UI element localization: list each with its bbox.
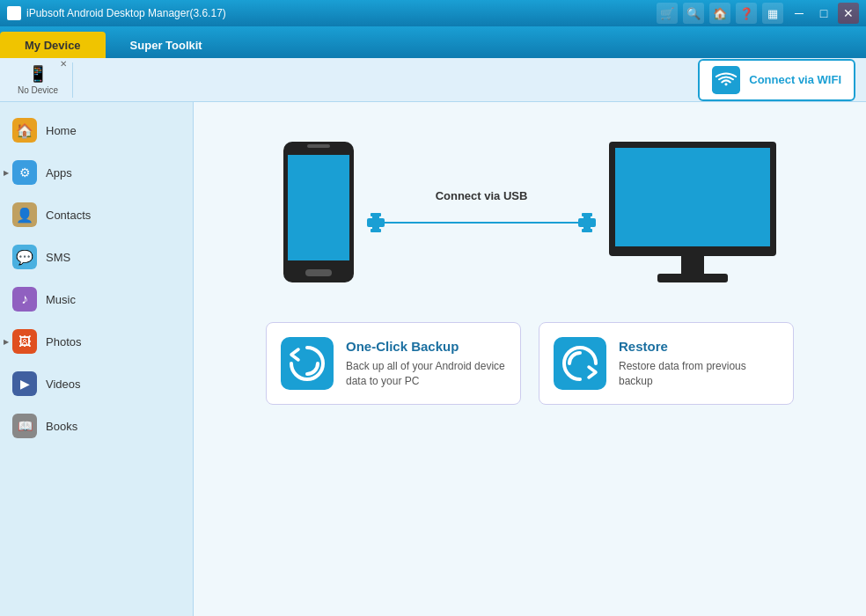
sidebar-item-music[interactable]: ♪ Music: [0, 278, 193, 320]
sidebar: 🏠 Home ⚙ Apps 👤 Contacts 💬 SMS ♪ Music 🖼…: [0, 102, 194, 616]
svg-rect-12: [582, 213, 592, 216]
sidebar-books-label: Books: [46, 420, 77, 433]
svg-rect-2: [288, 155, 349, 260]
tab-super-toolkit[interactable]: Super Toolkit: [106, 32, 227, 58]
backup-icon: [281, 337, 334, 390]
sidebar-apps-label: Apps: [46, 166, 72, 180]
books-icon: 📖: [12, 414, 37, 438]
device-bar: ✕ 📱 No Device Connect via WIFI: [0, 58, 866, 102]
music-icon: ♪: [12, 287, 37, 312]
usb-connection-area: Connect via USB: [367, 189, 596, 236]
apps-icon: ⚙: [12, 160, 37, 185]
close-button[interactable]: ✕: [838, 3, 859, 24]
backup-card-text: One-Click Backup Back up all of your And…: [346, 339, 506, 389]
restore-description: Restore data from previous backup: [619, 359, 779, 389]
restore-icon: [554, 337, 606, 390]
sidebar-item-sms[interactable]: 💬 SMS: [0, 236, 193, 278]
cart-icon[interactable]: 🛒: [657, 3, 678, 24]
svg-rect-17: [657, 274, 728, 282]
home-icon[interactable]: 🏠: [709, 3, 730, 24]
device-item[interactable]: ✕ 📱 No Device: [11, 61, 65, 99]
minimize-button[interactable]: ─: [789, 3, 810, 24]
search-icon[interactable]: 🔍: [683, 3, 704, 24]
svg-rect-11: [583, 215, 591, 231]
sidebar-item-apps[interactable]: ⚙ Apps: [0, 151, 193, 194]
svg-rect-13: [582, 229, 592, 232]
svg-rect-18: [281, 337, 334, 390]
app-icon: [7, 6, 21, 20]
monitor-graphic: [605, 137, 781, 287]
sidebar-music-label: Music: [46, 293, 76, 306]
usb-cable-graphic: [367, 209, 596, 236]
titlebar: iPubsoft Android Desktop Manager(3.6.17)…: [0, 0, 866, 26]
restore-card[interactable]: Restore Restore data from previous backu…: [539, 322, 794, 405]
content-area: Connect via USB: [194, 102, 866, 616]
sidebar-item-photos[interactable]: 🖼 Photos: [0, 320, 193, 363]
device-phone-icon: 📱: [28, 64, 48, 84]
contacts-icon: 👤: [12, 202, 37, 227]
sidebar-item-contacts[interactable]: 👤 Contacts: [0, 194, 193, 236]
photos-icon: 🖼: [12, 329, 37, 354]
device-close-icon[interactable]: ✕: [60, 59, 67, 69]
sidebar-videos-label: Videos: [46, 378, 81, 391]
svg-rect-6: [372, 215, 379, 231]
restore-title: Restore: [619, 339, 779, 354]
device-divider: [72, 62, 73, 98]
home-icon: 🏠: [12, 118, 37, 143]
sidebar-contacts-label: Contacts: [46, 209, 91, 222]
sidebar-photos-label: Photos: [46, 335, 81, 348]
backup-card[interactable]: One-Click Backup Back up all of your And…: [266, 322, 521, 405]
tab-my-device[interactable]: My Device: [0, 32, 106, 58]
svg-rect-15: [615, 148, 770, 246]
wifi-icon: [712, 66, 740, 94]
backup-title: One-Click Backup: [346, 339, 506, 354]
no-device-label: No Device: [18, 85, 58, 95]
app-title: iPubsoft Android Desktop Manager(3.6.17): [26, 7, 226, 19]
help-icon[interactable]: ❓: [736, 3, 757, 24]
sidebar-item-videos[interactable]: ▶ Videos: [0, 363, 193, 405]
svg-rect-3: [307, 144, 330, 148]
tabbar: My Device Super Toolkit: [0, 26, 866, 58]
svg-rect-16: [681, 256, 704, 274]
sidebar-item-books[interactable]: 📖 Books: [0, 405, 193, 447]
sidebar-home-label: Home: [46, 124, 77, 137]
grid-icon[interactable]: ▦: [762, 3, 783, 24]
main-layout: 🏠 Home ⚙ Apps 👤 Contacts 💬 SMS ♪ Music 🖼…: [0, 102, 866, 616]
maximize-button[interactable]: □: [813, 3, 834, 24]
svg-rect-7: [371, 213, 381, 216]
sms-icon: 💬: [12, 245, 37, 269]
usb-label: Connect via USB: [436, 189, 528, 202]
sidebar-sms-label: SMS: [46, 251, 70, 264]
svg-rect-9: [385, 222, 578, 224]
wifi-connect-button[interactable]: Connect via WIFI: [698, 59, 855, 101]
phone-graphic: [279, 137, 358, 287]
videos-icon: ▶: [12, 371, 37, 396]
sidebar-item-home[interactable]: 🏠 Home: [0, 109, 193, 151]
svg-rect-4: [305, 269, 332, 276]
svg-rect-8: [371, 229, 381, 232]
wifi-button-label: Connect via WIFI: [749, 73, 841, 86]
backup-description: Back up all of your Android device data …: [346, 359, 506, 389]
svg-rect-19: [554, 337, 606, 390]
cards-row: One-Click Backup Back up all of your And…: [266, 322, 794, 405]
connection-diagram: Connect via USB: [279, 137, 781, 287]
restore-card-text: Restore Restore data from previous backu…: [619, 339, 779, 389]
